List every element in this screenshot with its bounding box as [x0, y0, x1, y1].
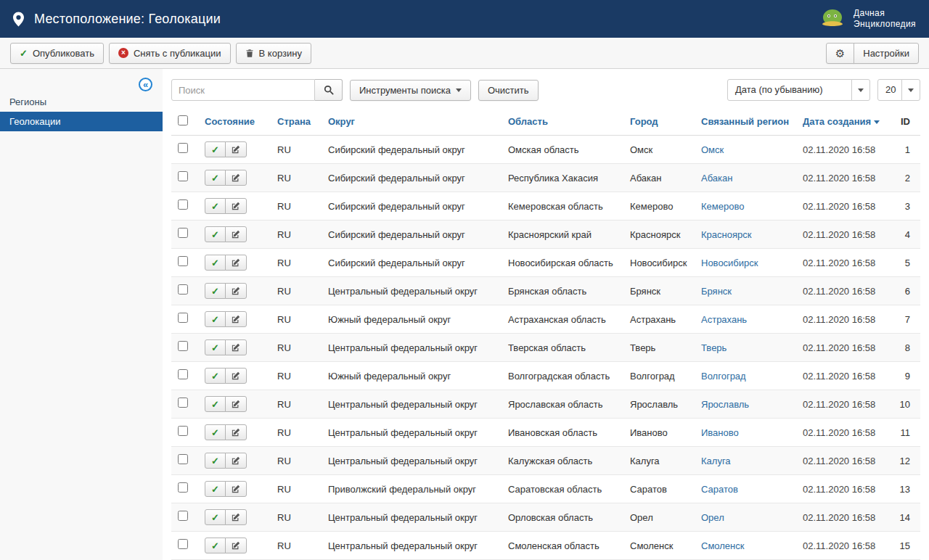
row-publish-button[interactable]: ✓: [205, 509, 226, 525]
row-checkbox[interactable]: [178, 369, 188, 379]
header-region[interactable]: Связанный регион: [697, 108, 798, 136]
clear-button[interactable]: Очистить: [478, 80, 539, 101]
sidebar-item-регионы[interactable]: Регионы: [0, 92, 163, 112]
row-edit-button[interactable]: [225, 396, 247, 412]
region-link[interactable]: Новосибирск: [701, 258, 758, 268]
region-link[interactable]: Абакан: [701, 173, 732, 184]
row-publish-button[interactable]: ✓: [205, 538, 226, 553]
row-checkbox[interactable]: [178, 482, 188, 493]
cell-oblast: Орловская область: [504, 503, 626, 532]
row-checkbox[interactable]: [178, 511, 188, 521]
select-all-checkbox[interactable]: [178, 115, 188, 125]
row-edit-button[interactable]: [225, 509, 247, 525]
row-publish-button[interactable]: ✓: [205, 170, 226, 186]
trash-button[interactable]: В корзину: [236, 43, 311, 64]
row-checkbox[interactable]: [178, 143, 188, 153]
sidebar-item-геолокации[interactable]: Геолокации: [0, 112, 163, 131]
region-link[interactable]: Саратов: [701, 484, 738, 495]
region-link[interactable]: Брянск: [701, 286, 732, 297]
header-district[interactable]: Округ: [324, 108, 504, 136]
region-link[interactable]: Красноярск: [701, 229, 751, 240]
row-publish-button[interactable]: ✓: [205, 226, 226, 242]
row-checkbox[interactable]: [178, 228, 188, 238]
region-link[interactable]: Ярославль: [701, 399, 749, 410]
edit-icon: [232, 400, 240, 408]
header-state[interactable]: Состояние: [200, 108, 273, 136]
row-checkbox[interactable]: [178, 256, 188, 266]
row-edit-button[interactable]: [225, 339, 247, 355]
region-link[interactable]: Кемерово: [701, 201, 744, 212]
row-edit-button[interactable]: [225, 141, 247, 157]
row-publish-button[interactable]: ✓: [205, 141, 226, 157]
unpublish-button[interactable]: × Снять с публикации: [109, 43, 231, 64]
cell-city: Орел: [626, 503, 697, 532]
region-link[interactable]: Орел: [701, 512, 724, 523]
region-link[interactable]: Астрахань: [701, 314, 747, 325]
search-input[interactable]: [171, 79, 315, 101]
row-checkbox[interactable]: [178, 341, 188, 351]
site-logo[interactable]: Дачная Энциклопедия: [818, 8, 916, 30]
edit-icon: [232, 343, 240, 352]
row-publish-button[interactable]: ✓: [205, 283, 226, 299]
row-edit-button[interactable]: [225, 424, 247, 440]
cell-created: 02.11.2020 16:58: [798, 334, 887, 362]
limit-select-toggle[interactable]: [901, 79, 920, 101]
row-checkbox[interactable]: [178, 284, 188, 295]
cell-created: 02.11.2020 16:58: [798, 221, 887, 249]
row-edit-button[interactable]: [225, 311, 247, 327]
row-edit-button[interactable]: [225, 198, 247, 214]
row-checkbox[interactable]: [178, 313, 188, 323]
row-checkbox[interactable]: [178, 199, 188, 210]
header-oblast[interactable]: Область: [504, 108, 626, 136]
row-publish-button[interactable]: ✓: [205, 396, 226, 412]
region-link[interactable]: Тверь: [701, 342, 727, 353]
row-publish-button[interactable]: ✓: [205, 198, 226, 214]
cell-district: Центральный федеральный округ: [324, 419, 504, 447]
cell-oblast: Новосибирская область: [504, 249, 626, 277]
sort-select-toggle[interactable]: [851, 79, 870, 101]
header-created[interactable]: Дата создания: [798, 108, 887, 136]
header-city[interactable]: Город: [626, 108, 697, 136]
region-link[interactable]: Калуга: [701, 456, 731, 466]
row-checkbox[interactable]: [178, 454, 188, 464]
region-link[interactable]: Волгоград: [701, 371, 746, 382]
sidebar-collapse-button[interactable]: «: [139, 78, 152, 91]
header-id[interactable]: ID: [887, 108, 920, 136]
region-link[interactable]: Смоленск: [701, 540, 744, 551]
row-publish-button[interactable]: ✓: [205, 311, 226, 327]
row-edit-button[interactable]: [225, 255, 247, 271]
header-country[interactable]: Страна: [273, 108, 324, 136]
row-publish-button[interactable]: ✓: [205, 481, 226, 497]
row-edit-button[interactable]: [225, 170, 247, 186]
row-checkbox[interactable]: [178, 398, 188, 408]
cell-district: Сибирский федеральный округ: [324, 221, 504, 249]
options-icon-button[interactable]: ⚙: [826, 43, 854, 64]
row-edit-button[interactable]: [225, 538, 247, 553]
options-button[interactable]: Настройки: [854, 43, 919, 64]
page-title: Местоположение: Геолокации: [34, 12, 221, 27]
row-publish-button[interactable]: ✓: [205, 424, 226, 440]
row-checkbox[interactable]: [178, 171, 188, 181]
row-checkbox[interactable]: [178, 539, 188, 549]
region-link[interactable]: Иваново: [701, 427, 739, 438]
sort-select-value: Дата (по убыванию): [727, 79, 852, 101]
table-row: ✓ RU Центральный федеральный округ Ивано…: [171, 419, 920, 447]
cell-oblast: Брянская область: [504, 277, 626, 305]
limit-select[interactable]: 20: [877, 79, 920, 101]
row-checkbox[interactable]: [178, 426, 188, 436]
row-edit-button[interactable]: [225, 453, 247, 469]
region-link[interactable]: Омск: [701, 144, 724, 155]
publish-button[interactable]: ✓ Опубликовать: [10, 43, 104, 64]
row-edit-button[interactable]: [225, 481, 247, 497]
row-publish-button[interactable]: ✓: [205, 255, 226, 271]
row-edit-button[interactable]: [225, 368, 247, 384]
row-edit-button[interactable]: [225, 226, 247, 242]
row-publish-button[interactable]: ✓: [205, 368, 226, 384]
sort-select[interactable]: Дата (по убыванию): [727, 79, 870, 101]
cell-created: 02.11.2020 16:58: [798, 419, 887, 447]
search-tools-button[interactable]: Инструменты поиска: [350, 80, 471, 101]
row-edit-button[interactable]: [225, 283, 247, 299]
row-publish-button[interactable]: ✓: [205, 453, 226, 469]
search-button[interactable]: [315, 79, 343, 101]
row-publish-button[interactable]: ✓: [205, 339, 226, 355]
